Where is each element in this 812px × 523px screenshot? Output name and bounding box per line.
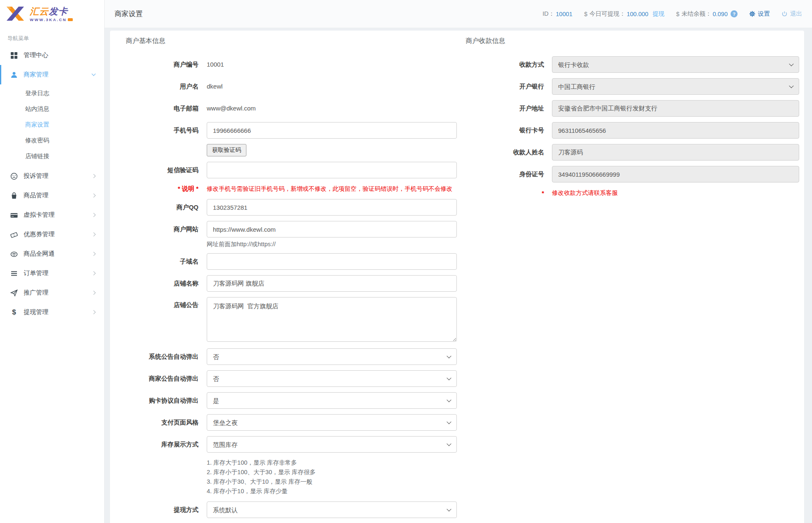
shop-name-row: 店铺名称 [126,275,457,292]
phone-note-row: * 说明 * 修改手机号需验证旧手机号码，新增或不修改，此项留空，验证码错误时，… [126,184,457,194]
sidebar-item-site-messages[interactable]: 站内消息 [0,101,104,117]
phone-label: 手机号码 [126,127,198,134]
pay-style-row: 支付页面风格 堡垒之夜 [126,414,457,431]
bank-address-label: 开户地址 [466,105,544,113]
credit-card-icon [10,211,18,219]
get-code-button[interactable]: 获取验证码 [207,144,246,156]
qq-input[interactable] [207,199,457,216]
payee-name-row: 收款人姓名 [466,144,799,161]
phone-input[interactable] [207,122,457,139]
sidebar-item-product-management[interactable]: 商品管理 [0,186,104,205]
dollar-icon: $ [10,309,18,316]
sidebar-item-coupon-management[interactable]: 优惠券管理 [0,225,104,244]
payment-method-row: 收款方式 银行卡收款 [466,56,799,73]
pay-style-label: 支付页面风格 [126,419,198,427]
qq-label: 商户QQ [126,204,198,211]
pay-style-select[interactable]: 堡垒之夜 [207,414,457,431]
payment-note-star: * [466,190,544,197]
nav-section-label: 导航菜单 [0,28,104,46]
today-withdrawable: $ 今日可提现： 100.000 提现 [584,10,665,18]
dollar-icon: $ [584,11,588,17]
paper-plane-icon [10,289,18,297]
payment-note-text: 修改收款方式请联系客服 [552,190,618,196]
qq-row: 商户QQ [126,199,457,216]
withdraw-mode-select[interactable]: 系统默认 [207,501,457,518]
frown-icon [10,173,18,180]
dollar-icon: $ [676,11,679,17]
sidebar-item-shop-link[interactable]: 店铺链接 [0,148,104,164]
email-value: www@dkewl.com [207,105,256,112]
sidebar: 汇云发卡 WWW.3KA.CN 导航菜单 管理中心 商家管理 登录日志 站内消息… [0,0,105,523]
subdomain-input[interactable] [207,253,457,270]
basic-info-title: 商户基本信息 [126,36,457,46]
withdraw-mode-row: 提现方式 系统默认 [126,501,457,518]
merchant-no-label: 商户编号 [126,61,198,69]
sidebar-item-change-password[interactable]: 修改密码 [0,132,104,148]
shop-notice-row: 店铺公告 刀客源码网 官方旗舰店 [126,297,457,343]
withdraw-link[interactable]: 提现 [652,10,664,18]
chevron-down-icon [92,72,96,76]
merchant-no-row: 商户编号 10001 [126,56,457,73]
get-code-row: 获取验证码 [126,144,457,156]
sidebar-item-complaint-management[interactable]: 投诉管理 [0,166,104,186]
sidebar-item-login-log[interactable]: 登录日志 [0,85,104,101]
brand-logo[interactable]: 汇云发卡 WWW.3KA.CN [0,0,104,28]
today-withdrawable-value: 100.000 [627,11,648,17]
payment-info-title: 商户收款信息 [466,36,799,46]
sidebar-item-dashboard[interactable]: 管理中心 [0,46,104,65]
merchant-popup-row: 商家公告自动弹出 否 [126,370,457,387]
sms-code-label: 短信验证码 [126,166,198,174]
stock-hint-2: 2. 库存小于100、大于30，显示 库存很多 [207,468,457,477]
sidebar-item-promotion-management[interactable]: 推广管理 [0,283,104,302]
sidebar-item-withdraw-management[interactable]: $ 提现管理 [0,302,104,322]
username-label: 用户名 [126,83,198,91]
website-input[interactable] [207,221,457,238]
brand-text: 汇云发卡 WWW.3KA.CN [30,7,73,22]
subdomain-row: 子域名 [126,253,457,270]
payment-info-section: 商户收款信息 收款方式 银行卡收款 开户银行 中国工商银行 开户地址 银行卡号 … [466,36,804,523]
ticket-icon [10,231,18,238]
power-icon [781,11,788,17]
sidebar-item-order-management[interactable]: 订单管理 [0,264,104,283]
sms-code-input[interactable] [207,162,457,178]
email-label: 电子邮箱 [126,105,198,113]
sidebar-item-merchant-settings[interactable]: 商家设置 [0,117,104,132]
sidebar-item-merchant-management[interactable]: 商家管理 [0,65,104,84]
shop-name-input[interactable] [207,275,457,292]
shop-notice-textarea[interactable]: 刀客源码网 官方旗舰店 [207,297,457,342]
bank-row: 开户银行 中国工商银行 [466,78,799,95]
agreement-popup-select[interactable]: 是 [207,392,457,409]
sys-popup-select[interactable]: 否 [207,348,457,365]
handshake-icon [10,250,18,258]
stock-display-label: 库存展示方式 [126,441,198,449]
website-row: 商户网站 [126,221,457,238]
chevron-right-icon [92,233,96,237]
email-row: 电子邮箱 www@dkewl.com [126,100,457,117]
shop-name-label: 店铺名称 [126,280,198,288]
sys-popup-label: 系统公告自动弹出 [126,353,198,361]
help-icon[interactable]: ? [731,10,738,17]
sms-code-row: 短信验证码 [126,162,457,178]
brand-site-url: WWW.3KA.CN [30,17,73,22]
shopping-bag-icon [10,192,18,199]
shop-notice-label: 店铺公告 [126,297,198,309]
chevron-right-icon [92,174,96,178]
merchant-id-value: 10001 [556,11,572,17]
merchant-popup-select[interactable]: 否 [207,370,457,387]
unsettled-balance-value: 0.090 [713,11,728,17]
merchant-id: ID： 10001 [542,10,572,18]
list-icon [10,270,18,277]
chevron-right-icon [92,271,96,276]
id-number-row: 身份证号 [466,166,799,182]
sidebar-item-product-network[interactable]: 商品全网通 [0,244,104,264]
note-label: * 说明 * [126,185,198,193]
phone-note-text: 修改手机号需验证旧手机号码，新增或不修改，此项留空，验证码错误时，手机号码不会修… [207,185,453,192]
stock-display-select[interactable]: 范围库存 [207,436,457,453]
merchant-submenu: 登录日志 站内消息 商家设置 修改密码 店铺链接 [0,84,104,166]
payee-name-label: 收款人姓名 [466,149,544,156]
chevron-right-icon [92,252,96,256]
logout-button[interactable]: 退出 [781,10,802,18]
topbar: 商家设置 ID： 10001 $ 今日可提现： 100.000 提现 $ 未结余… [105,0,812,28]
sidebar-item-virtual-card-management[interactable]: 虚拟卡管理 [0,205,104,225]
settings-button[interactable]: 设置 [749,10,770,18]
